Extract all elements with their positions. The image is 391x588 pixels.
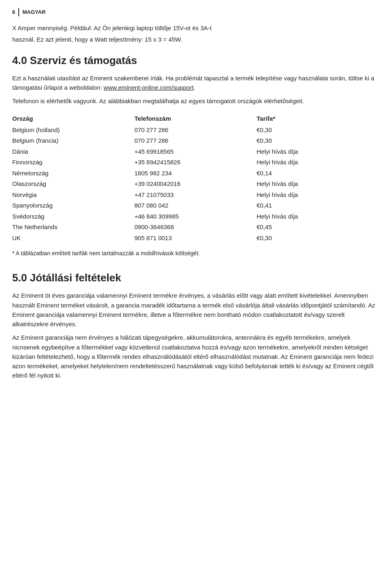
- table-row: Spanyolország807 080 042€0,41: [12, 200, 379, 211]
- table-row: Finnország+35 8942415826Helyi hívás díja: [12, 157, 379, 168]
- table-cell-country: Olaszország: [12, 179, 134, 190]
- table-cell-country: Németország: [12, 168, 134, 179]
- table-row: UK905 871 0013€0,30: [12, 233, 379, 244]
- table-cell-phone: 0900-3646368: [134, 222, 257, 233]
- table-row: Svédország+46 840 309985Helyi hívás díja: [12, 211, 379, 222]
- table-cell-tariff: €0,30: [257, 125, 379, 136]
- table-cell-tariff: €0,14: [257, 168, 379, 179]
- col-header-phone: Telefonszám: [134, 113, 257, 125]
- table-cell-country: Dánia: [12, 146, 134, 157]
- table-cell-country: Finnország: [12, 157, 134, 168]
- page-lang: MAGYAR: [18, 8, 46, 16]
- table-cell-phone: +46 840 309985: [134, 211, 257, 222]
- section5-para2: Az Eminent garanciája nem érvényes a hál…: [12, 333, 379, 380]
- table-cell-country: UK: [12, 233, 134, 244]
- table-cell-tariff: Helyi hívás díja: [257, 190, 379, 201]
- table-row: Olaszország+39 0240042016Helyi hívás díj…: [12, 179, 379, 190]
- table-cell-tariff: Helyi hívás díja: [257, 179, 379, 190]
- table-row: The Netherlands0900-3646368€0,45: [12, 222, 379, 233]
- table-cell-phone: +39 0240042016: [134, 179, 257, 190]
- table-row: Dánia+45 69918565Helyi hívás díja: [12, 146, 379, 157]
- col-header-tariff: Tarifa*: [257, 113, 379, 125]
- section5-para1: Az Eminent öt éves garanciája valamennyi…: [12, 291, 379, 329]
- page-number: 6: [12, 8, 15, 16]
- table-cell-phone: +45 69918565: [134, 146, 257, 157]
- table-cell-phone: 807 080 042: [134, 200, 257, 211]
- table-cell-country: Belgium (holland): [12, 125, 134, 136]
- table-row: Belgium (francia)070 277 286€0,30: [12, 135, 379, 146]
- table-cell-tariff: Helyi hívás díja: [257, 211, 379, 222]
- page-header: 6 MAGYAR: [12, 8, 379, 16]
- table-footnote: * A táblázatban említett tarifák nem tar…: [12, 249, 379, 258]
- intro-line2: használ. Ez azt jelenti, hogy a Watt tel…: [12, 35, 379, 44]
- section4-para1: Ezt a használati utasítást az Eminent sz…: [12, 73, 379, 93]
- table-cell-country: Spanyolország: [12, 200, 134, 211]
- support-table: Ország Telefonszám Tarifa* Belgium (holl…: [12, 113, 379, 243]
- table-cell-phone: 905 871 0013: [134, 233, 257, 244]
- table-header-row: Ország Telefonszám Tarifa*: [12, 113, 379, 125]
- section4-heading: 4.0 Szerviz és támogatás: [12, 53, 379, 69]
- col-header-country: Ország: [12, 113, 134, 125]
- table-cell-tariff: Helyi hívás díja: [257, 146, 379, 157]
- table-cell-phone: 070 277 286: [134, 125, 257, 136]
- table-cell-country: Norvégia: [12, 190, 134, 201]
- table-row: Belgium (holland)070 277 286€0,30: [12, 125, 379, 136]
- table-cell-tariff: €0,30: [257, 233, 379, 244]
- table-cell-phone: 1805 982 234: [134, 168, 257, 179]
- section4-para2: Telefonon is elérhetők vagyunk. Az alább…: [12, 96, 379, 106]
- table-cell-phone: 070 277 286: [134, 135, 257, 146]
- table-cell-phone: +47 21075033: [134, 190, 257, 201]
- table-cell-phone: +35 8942415826: [134, 157, 257, 168]
- table-row: Németország1805 982 234€0,14: [12, 168, 379, 179]
- section5-heading: 5.0 Jótállási feltételek: [12, 270, 379, 286]
- intro-line1: X Amper mennyiség. Például: Az Ön jelenl…: [12, 24, 379, 33]
- table-cell-tariff: Helyi hívás díja: [257, 157, 379, 168]
- table-cell-country: Belgium (francia): [12, 135, 134, 146]
- table-cell-country: Svédország: [12, 211, 134, 222]
- table-cell-tariff: €0,41: [257, 200, 379, 211]
- support-link[interactable]: www.eminent-online.com/support: [103, 84, 193, 91]
- table-cell-tariff: €0,30: [257, 135, 379, 146]
- table-cell-tariff: €0,45: [257, 222, 379, 233]
- section4-para1-end: .: [193, 84, 195, 91]
- table-cell-country: The Netherlands: [12, 222, 134, 233]
- table-row: Norvégia+47 21075033Helyi hívás díja: [12, 190, 379, 201]
